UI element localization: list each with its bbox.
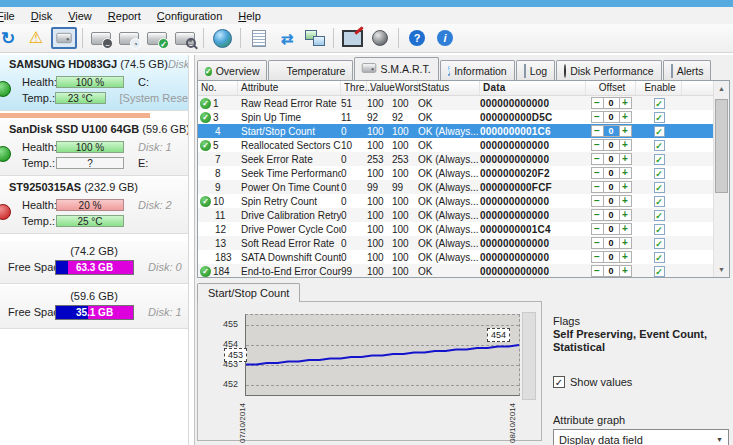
offset-plus-button[interactable]: + <box>619 97 632 109</box>
column-header-data[interactable]: Data <box>480 81 586 95</box>
show-values-checkbox[interactable]: ✓ Show values <box>553 376 733 388</box>
offset-minus-button[interactable]: − <box>591 153 604 165</box>
smart-row-8[interactable]: 8Seek Time Performance0100100OK (Always.… <box>198 166 729 180</box>
offset-plus-button[interactable]: + <box>619 223 632 235</box>
menu-item-file[interactable]: File <box>0 10 23 22</box>
info-icon[interactable]: i <box>432 26 458 50</box>
column-header-attribute[interactable]: Attribute <box>238 81 341 95</box>
tab-overview[interactable]: ✓Overview <box>197 60 267 80</box>
smart-row-5[interactable]: ✓5Reallocated Sectors Co...10100100OK000… <box>198 138 729 152</box>
offset-minus-button[interactable]: − <box>591 209 604 221</box>
smart-row-4[interactable]: 4Start/Stop Count0100100OK (Always...000… <box>198 124 729 138</box>
enable-checkbox[interactable]: ✓ <box>654 154 665 165</box>
smart-row-3[interactable]: ✓3Spin Up Time119292OK000000000D5C−0+✓ <box>198 110 729 124</box>
offset-minus-button[interactable]: − <box>591 97 604 109</box>
smart-row-183[interactable]: 183SATA Downshift Count0100100OK (Always… <box>198 250 729 264</box>
disk-ok-icon[interactable]: ✓ <box>144 26 170 50</box>
offset-plus-button[interactable]: + <box>619 167 632 179</box>
attribute-graph-select[interactable]: Display data field ▼ <box>553 429 729 445</box>
smart-row-7[interactable]: 7Seek Error Rate0253253OK (Always...0000… <box>198 152 729 166</box>
menu-item-configuration[interactable]: Configuration <box>149 10 230 22</box>
offset-minus-button[interactable]: − <box>591 265 604 277</box>
column-header-offset[interactable]: Offset <box>586 81 636 95</box>
partition-panel-1[interactable]: (59.6 GB)Free Space35.1 GBDisk: 1 <box>0 286 188 329</box>
disk-clock-icon[interactable]: ◔ <box>116 26 142 50</box>
enable-checkbox[interactable]: ✓ <box>654 112 665 123</box>
offset-plus-button[interactable]: + <box>619 125 632 137</box>
tab-alerts[interactable]: Alerts <box>663 60 712 80</box>
drive-panel-1[interactable]: SanDisk SSD U100 64GB(59.6 GB)Health:100… <box>0 120 188 176</box>
offset-plus-button[interactable]: + <box>619 111 632 123</box>
drive-panel-0[interactable]: SAMSUNG HD083GJ(74.5 GB)Disk: 0Health:10… <box>0 55 188 111</box>
column-header-enable[interactable]: Enable <box>636 81 682 95</box>
scrollbar[interactable]: ▲ ▼ <box>713 81 729 277</box>
partition-panel-0[interactable]: (74.2 GB)Free Space63.3 GBDisk: 0 <box>0 241 188 284</box>
offset-plus-button[interactable]: + <box>619 153 632 165</box>
column-header-value[interactable]: Value <box>367 81 392 95</box>
enable-checkbox[interactable]: ✓ <box>654 266 665 277</box>
menu-item-report[interactable]: Report <box>100 10 149 22</box>
tab-log[interactable]: Log <box>516 60 556 80</box>
warning-icon[interactable]: ⚠ <box>23 26 49 50</box>
offset-minus-button[interactable]: − <box>591 181 604 193</box>
enable-checkbox[interactable]: ✓ <box>654 182 665 193</box>
detect-disk-icon[interactable] <box>51 26 77 50</box>
disk-remove-icon[interactable]: – <box>88 26 114 50</box>
attribute-detail-tab[interactable]: Start/Stop Count <box>197 283 300 302</box>
drive-panel-2[interactable]: ST9250315AS(232.9 GB)Health:20 %Disk: 2T… <box>0 178 188 234</box>
enable-checkbox[interactable]: ✓ <box>654 140 665 151</box>
enable-checkbox[interactable]: ✓ <box>654 168 665 179</box>
column-header-no[interactable]: No. <box>198 81 238 95</box>
enable-checkbox[interactable]: ✓ <box>654 210 665 221</box>
column-header-worst[interactable]: Worst <box>392 81 418 95</box>
remote-computers-icon[interactable] <box>302 26 328 50</box>
scroll-up-icon[interactable]: ▲ <box>714 81 729 96</box>
offset-plus-button[interactable]: + <box>619 237 632 249</box>
disk-search-icon[interactable] <box>172 26 198 50</box>
tab-information[interactable]: iInformation <box>440 60 515 80</box>
column-header-thre[interactable]: Thre... <box>341 81 367 95</box>
offset-plus-button[interactable]: + <box>619 265 632 277</box>
tab-s-m-a-r-t[interactable]: S.M.A.R.T. <box>354 57 438 80</box>
sync-icon[interactable]: ⇄ <box>274 26 300 50</box>
menu-item-disk[interactable]: Disk <box>23 10 60 22</box>
smart-row-11[interactable]: 11Drive Calibration Retry ...0100100OK (… <box>198 208 729 222</box>
scrollbar-thumb[interactable] <box>715 99 728 193</box>
monitor-edit-icon[interactable] <box>339 26 365 50</box>
offset-minus-button[interactable]: − <box>591 223 604 235</box>
offset-minus-button[interactable]: − <box>591 111 604 123</box>
enable-checkbox[interactable]: ✓ <box>654 252 665 263</box>
smart-row-184[interactable]: ✓184End-to-End Error Count99100100OK0000… <box>198 264 729 278</box>
offset-plus-button[interactable]: + <box>619 251 632 263</box>
offset-minus-button[interactable]: − <box>591 125 604 137</box>
enable-checkbox[interactable]: ✓ <box>654 98 665 109</box>
menu-item-help[interactable]: Help <box>230 10 269 22</box>
tab-disk-performance[interactable]: Disk Performance <box>556 60 661 80</box>
menu-item-view[interactable]: View <box>60 10 100 22</box>
offset-plus-button[interactable]: + <box>619 181 632 193</box>
smart-row-13[interactable]: 13Soft Read Error Rate0100100OK (Always.… <box>198 236 729 250</box>
offset-plus-button[interactable]: + <box>619 139 632 151</box>
enable-checkbox[interactable]: ✓ <box>654 238 665 249</box>
offset-plus-button[interactable]: + <box>619 195 632 207</box>
offset-minus-button[interactable]: − <box>591 237 604 249</box>
help-icon[interactable]: ? <box>404 26 430 50</box>
column-header-status[interactable]: Status <box>418 81 480 95</box>
tab-temperature[interactable]: Temperature <box>268 60 353 80</box>
refresh-icon[interactable]: ↻ <box>0 26 21 50</box>
scroll-down-icon[interactable]: ▼ <box>714 262 729 277</box>
enable-checkbox[interactable]: ✓ <box>654 224 665 235</box>
smart-row-9[interactable]: 9Power On Time Count09999OK (Always...00… <box>198 180 729 194</box>
offset-plus-button[interactable]: + <box>619 209 632 221</box>
smart-row-10[interactable]: ✓10Spin Retry Count0100100OK (Always...0… <box>198 194 729 208</box>
network-disk-icon[interactable] <box>209 26 235 50</box>
sound-icon[interactable] <box>367 26 393 50</box>
offset-minus-button[interactable]: − <box>591 167 604 179</box>
enable-checkbox[interactable]: ✓ <box>654 126 665 137</box>
smart-row-1[interactable]: ✓1Raw Read Error Rate51100100OK000000000… <box>198 96 729 110</box>
offset-minus-button[interactable]: − <box>591 195 604 207</box>
offset-minus-button[interactable]: − <box>591 139 604 151</box>
report-icon[interactable] <box>246 26 272 50</box>
enable-checkbox[interactable]: ✓ <box>654 196 665 207</box>
offset-minus-button[interactable]: − <box>591 251 604 263</box>
